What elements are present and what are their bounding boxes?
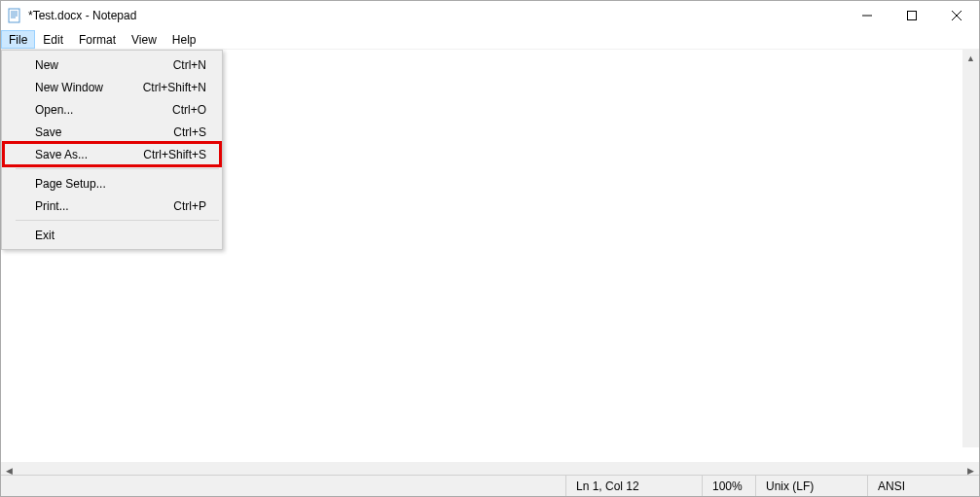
menu-format[interactable]: Format [71, 30, 124, 49]
menu-item-print[interactable]: Print...Ctrl+P [4, 195, 220, 217]
menu-item-label: Exit [35, 229, 54, 242]
vertical-scrollbar[interactable]: ▲ [962, 50, 979, 447]
menu-item-page-setup[interactable]: Page Setup... [4, 172, 220, 195]
menu-item-label: Save [35, 125, 61, 139]
menu-item-shortcut: Ctrl+N [173, 58, 206, 72]
menu-item-label: Open... [35, 103, 73, 117]
menu-view[interactable]: View [124, 30, 164, 49]
menu-item-new[interactable]: NewCtrl+N [4, 53, 220, 76]
menu-item-shortcut: Ctrl+Shift+S [143, 148, 206, 161]
menu-separator [16, 168, 219, 169]
menu-item-save-as[interactable]: Save As...Ctrl+Shift+S [4, 143, 220, 165]
menu-item-shortcut: Ctrl+Shift+N [143, 81, 206, 94]
file-menu-dropdown: NewCtrl+NNew WindowCtrl+Shift+NOpen...Ct… [1, 50, 223, 250]
menu-separator [16, 220, 219, 221]
menu-item-shortcut: Ctrl+P [173, 199, 206, 213]
menu-file[interactable]: File [1, 30, 35, 49]
maximize-button[interactable] [889, 1, 934, 30]
menu-item-shortcut: Ctrl+O [172, 103, 206, 117]
menu-item-new-window[interactable]: New WindowCtrl+Shift+N [4, 76, 220, 98]
status-zoom: 100% [702, 476, 755, 496]
menu-item-label: Print... [35, 199, 69, 213]
status-encoding: ANSI [867, 476, 979, 496]
notepad-icon [7, 8, 22, 23]
menu-item-label: New Window [35, 81, 103, 94]
svg-rect-6 [908, 12, 917, 20]
statusbar: Ln 1, Col 12 100% Unix (LF) ANSI [1, 475, 979, 496]
close-button[interactable] [934, 1, 979, 30]
menu-item-label: Page Setup... [35, 177, 106, 191]
menu-item-label: Save As... [35, 148, 88, 161]
scroll-up-icon[interactable]: ▲ [962, 50, 979, 66]
menu-edit[interactable]: Edit [35, 30, 71, 49]
titlebar: *Test.docx - Notepad [1, 1, 979, 30]
window-title: *Test.docx - Notepad [28, 9, 136, 22]
status-cursor-position: Ln 1, Col 12 [565, 476, 702, 496]
menubar: File Edit Format View Help [1, 30, 979, 50]
menu-item-exit[interactable]: Exit [4, 224, 220, 246]
menu-item-open[interactable]: Open...Ctrl+O [4, 98, 220, 121]
window-controls [845, 1, 979, 30]
menu-help[interactable]: Help [164, 30, 204, 49]
menu-item-save[interactable]: SaveCtrl+S [4, 121, 220, 143]
menu-item-shortcut: Ctrl+S [173, 125, 206, 139]
status-line-ending: Unix (LF) [755, 476, 867, 496]
menu-item-label: New [35, 58, 58, 72]
minimize-button[interactable] [845, 1, 889, 30]
